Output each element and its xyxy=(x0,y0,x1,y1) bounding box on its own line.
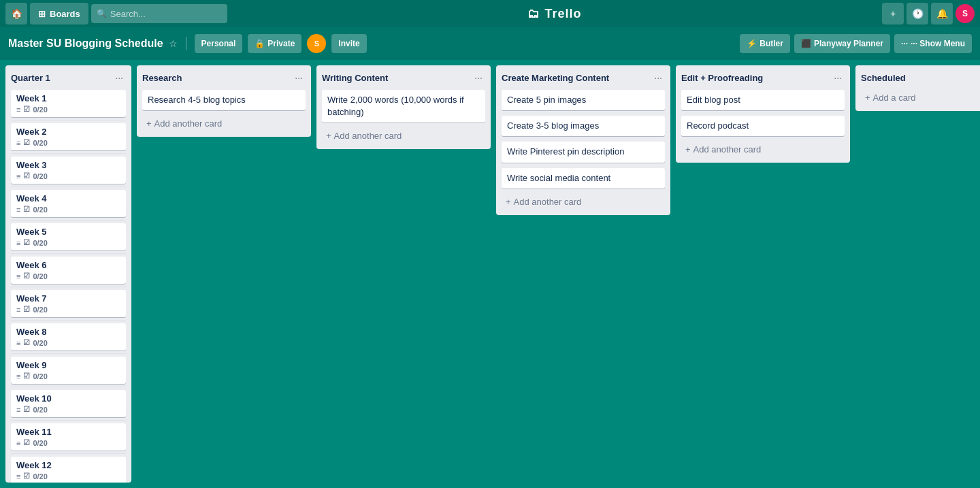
card-quarter1-7[interactable]: Week 8≡☑0/20 xyxy=(11,323,126,351)
private-button[interactable]: 🔒 Private xyxy=(248,34,301,53)
checklist-icon: ☑ xyxy=(23,472,30,481)
card-meta: ≡☑0/20 xyxy=(16,238,120,247)
list-menu-button-editing[interactable]: ··· xyxy=(831,71,845,84)
card-quarter1-8[interactable]: Week 9≡☑0/20 xyxy=(11,357,126,384)
butler-button[interactable]: ⚡ Butler xyxy=(740,34,790,53)
card-text: Create 5 pin images xyxy=(507,95,586,105)
planyway-button[interactable]: ⬛ Planyway Planner xyxy=(794,34,890,53)
add-card-button-research[interactable]: +Add another card xyxy=(142,116,306,131)
card-badge: 0/20 xyxy=(33,372,47,380)
card-text: Week 10 xyxy=(16,393,52,404)
card-text: Week 8 xyxy=(16,327,47,337)
card-meta: ≡☑0/20 xyxy=(16,438,120,447)
card-marketing-3[interactable]: Write social media content xyxy=(502,168,665,189)
card-quarter1-5[interactable]: Week 6≡☑0/20 xyxy=(11,257,126,284)
search-input[interactable] xyxy=(91,4,227,23)
home-button[interactable]: 🏠 xyxy=(5,3,27,25)
list-header-editing: Edit + Proofreading··· xyxy=(681,71,845,84)
card-meta: ≡☑0/20 xyxy=(16,172,120,180)
list-menu-button-marketing[interactable]: ··· xyxy=(651,71,665,84)
private-label: Private xyxy=(267,39,295,48)
show-menu-button[interactable]: ··· ··· Show Menu xyxy=(894,34,972,53)
list-header-quarter1: Quarter 1··· xyxy=(11,71,126,84)
clock-button[interactable]: 🕐 xyxy=(906,3,928,25)
card-separator xyxy=(11,453,126,454)
card-badge: 0/20 xyxy=(33,306,47,314)
trello-logo: 🗂 Trello xyxy=(230,7,879,21)
member-avatar[interactable]: S xyxy=(307,34,326,53)
card-editing-0[interactable]: Edit blog post xyxy=(681,90,845,110)
card-badge: 0/20 xyxy=(33,472,47,481)
board-header: Master SU Blogging Schedule ☆ Personal 🔒… xyxy=(0,27,980,60)
checklist-icon: ☑ xyxy=(23,438,30,447)
plus-icon: + xyxy=(506,197,511,207)
card-text: Edit blog post xyxy=(687,95,740,105)
list-scheduled: Scheduled···+Add a card⊟ xyxy=(855,65,980,111)
card-quarter1-9[interactable]: Week 10≡☑0/20 xyxy=(11,390,126,417)
plus-icon: + xyxy=(865,93,870,103)
card-marketing-2[interactable]: Write Pinterest pin description xyxy=(502,142,665,162)
add-card-label: Add another card xyxy=(693,144,762,154)
card-badge: 0/20 xyxy=(33,239,47,247)
card-text: Research 4-5 blog topics xyxy=(148,95,246,105)
card-quarter1-6[interactable]: Week 7≡☑0/20 xyxy=(11,290,126,317)
card-text: Record podcast xyxy=(687,120,749,131)
lock-icon: 🔒 xyxy=(255,39,265,48)
card-marketing-0[interactable]: Create 5 pin images xyxy=(502,90,665,110)
list-header-scheduled: Scheduled··· xyxy=(861,71,980,84)
card-badge: 0/20 xyxy=(33,406,47,414)
personal-button[interactable]: Personal xyxy=(195,34,243,53)
add-card-button-editing[interactable]: +Add another card xyxy=(681,142,845,157)
nav-right: + 🕐 🔔 S xyxy=(882,3,975,25)
card-text: Week 2 xyxy=(16,127,47,137)
list-menu-button-quarter1[interactable]: ··· xyxy=(112,71,126,84)
card-quarter1-2[interactable]: Week 3≡☑0/20 xyxy=(11,157,126,184)
card-separator xyxy=(11,253,126,254)
checklist-icon: ☑ xyxy=(23,405,30,414)
card-quarter1-11[interactable]: Week 12≡☑0/20 xyxy=(11,457,126,483)
invite-button[interactable]: Invite xyxy=(331,34,366,53)
card-editing-1[interactable]: Record podcast xyxy=(681,116,845,136)
list-menu-button-research[interactable]: ··· xyxy=(292,71,306,84)
card-badge: 0/20 xyxy=(33,105,47,114)
boards-button[interactable]: ⊞ Boards xyxy=(30,3,88,25)
user-avatar[interactable]: S xyxy=(956,4,975,23)
add-card-button-writing[interactable]: +Add another card xyxy=(322,128,485,144)
header-right-actions: ⚡ Butler ⬛ Planyway Planner ··· ··· Show… xyxy=(740,34,972,53)
butler-label: Butler xyxy=(760,39,783,48)
card-meta: ≡☑0/20 xyxy=(16,372,120,380)
card-quarter1-1[interactable]: Week 2≡☑0/20 xyxy=(11,123,126,150)
star-button[interactable]: ☆ xyxy=(169,38,178,49)
list-title-research: Research xyxy=(142,73,292,83)
card-meta: ≡☑0/20 xyxy=(16,138,120,147)
drag-icon: ≡ xyxy=(16,372,20,380)
bell-button[interactable]: 🔔 xyxy=(931,3,953,25)
card-text: Week 5 xyxy=(16,227,47,237)
card-quarter1-0[interactable]: Week 1≡☑0/20 xyxy=(11,90,126,117)
list-quarter1: Quarter 1···Week 1≡☑0/20Week 2≡☑0/20Week… xyxy=(5,65,131,483)
drag-icon: ≡ xyxy=(16,472,20,481)
card-research-0[interactable]: Research 4-5 blog topics xyxy=(142,90,306,110)
card-meta: ≡☑0/20 xyxy=(16,205,120,214)
list-header-research: Research··· xyxy=(142,71,306,84)
card-quarter1-3[interactable]: Week 4≡☑0/20 xyxy=(11,190,126,217)
list-title-writing: Writing Content xyxy=(322,73,472,83)
card-separator xyxy=(11,287,126,287)
checklist-icon: ☑ xyxy=(23,338,30,347)
add-card-button-marketing[interactable]: +Add another card xyxy=(502,194,665,210)
card-text: Week 6 xyxy=(16,260,47,270)
card-marketing-1[interactable]: Create 3-5 blog images xyxy=(502,116,665,136)
drag-icon: ≡ xyxy=(16,206,20,214)
card-text: Write Pinterest pin description xyxy=(507,146,624,157)
card-quarter1-4[interactable]: Week 5≡☑0/20 xyxy=(11,223,126,250)
card-meta: ≡☑0/20 xyxy=(16,105,120,114)
search-icon: 🔍 xyxy=(97,9,107,18)
search-wrapper: 🔍 xyxy=(91,4,227,23)
card-quarter1-10[interactable]: Week 11≡☑0/20 xyxy=(11,423,126,451)
plus-icon: + xyxy=(326,131,331,141)
card-writing-0[interactable]: Write 2,000 words (10,000 words if batch… xyxy=(322,90,485,123)
add-button[interactable]: + xyxy=(882,3,904,25)
card-badge: 0/20 xyxy=(33,139,47,147)
list-menu-button-writing[interactable]: ··· xyxy=(472,71,485,84)
add-card-button-scheduled[interactable]: +Add a card⊟ xyxy=(861,90,980,105)
